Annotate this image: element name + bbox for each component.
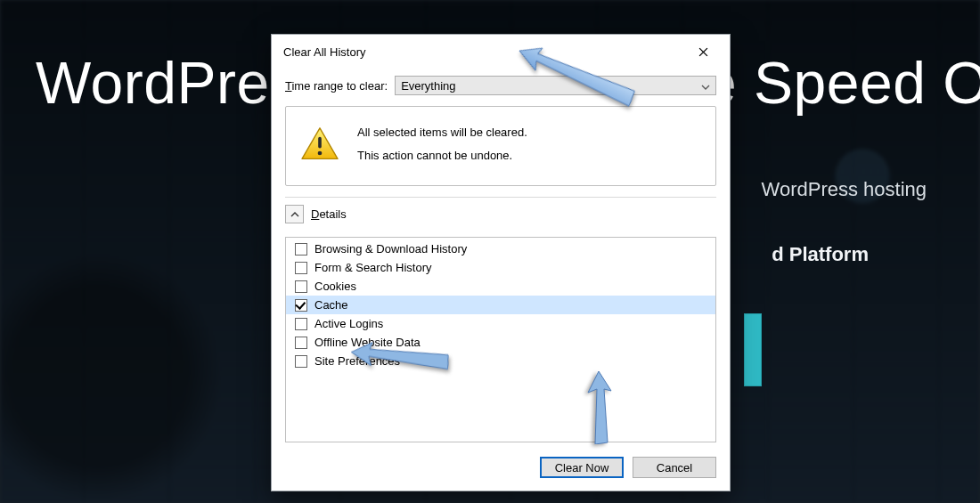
cta-button-sliver[interactable] bbox=[744, 313, 762, 386]
checkbox[interactable] bbox=[295, 337, 307, 349]
svg-rect-0 bbox=[318, 137, 322, 149]
time-range-row: Time range to clear: Everything bbox=[285, 76, 716, 95]
warning-icon bbox=[300, 126, 339, 162]
details-list: Browsing & Download HistoryForm & Search… bbox=[285, 237, 716, 442]
list-item[interactable]: Form & Search History bbox=[286, 258, 715, 277]
checkbox[interactable] bbox=[295, 262, 307, 274]
warning-line-2: This action cannot be undone. bbox=[357, 144, 527, 167]
close-button[interactable] bbox=[683, 42, 723, 61]
checkbox[interactable] bbox=[295, 280, 307, 293]
list-item[interactable]: Cookies bbox=[286, 277, 715, 296]
warning-box: All selected items will be cleared. This… bbox=[285, 106, 716, 186]
close-icon bbox=[698, 47, 708, 57]
list-item[interactable]: Browsing & Download History bbox=[286, 239, 715, 258]
list-item-label: Active Logins bbox=[314, 317, 383, 330]
checkbox[interactable] bbox=[295, 243, 307, 256]
time-range-value: Everything bbox=[401, 79, 455, 93]
dialog-title: Clear All History bbox=[283, 45, 365, 59]
checkbox[interactable] bbox=[295, 318, 307, 330]
clear-history-dialog: Clear All History Time range to clear: E… bbox=[271, 34, 731, 491]
dialog-buttons: Clear Now Cancel bbox=[285, 453, 716, 478]
list-item-label: Cookies bbox=[314, 280, 356, 293]
hero-platform-text: d Platform bbox=[772, 243, 869, 266]
list-item-label: Site Preferences bbox=[314, 354, 400, 368]
hero-subtitle: WordPress hosting bbox=[762, 178, 927, 201]
dialog-titlebar: Clear All History bbox=[272, 35, 730, 69]
details-header: Details bbox=[285, 197, 716, 226]
list-item-label: Browsing & Download History bbox=[314, 242, 467, 256]
list-item-label: Form & Search History bbox=[314, 261, 431, 274]
cancel-button[interactable]: Cancel bbox=[633, 457, 716, 478]
checkbox[interactable] bbox=[295, 355, 307, 368]
list-item-label: Offline Website Data bbox=[314, 336, 421, 349]
details-toggle[interactable] bbox=[285, 205, 304, 223]
clear-now-button[interactable]: Clear Now bbox=[540, 457, 624, 478]
checkbox[interactable] bbox=[295, 299, 307, 312]
chevron-down-icon bbox=[701, 79, 710, 93]
list-item-label: Cache bbox=[314, 298, 348, 312]
chevron-up-icon bbox=[290, 210, 299, 219]
svg-point-1 bbox=[318, 151, 323, 156]
time-range-select[interactable]: Everything bbox=[395, 76, 716, 95]
time-range-label: Time range to clear: bbox=[285, 79, 388, 93]
list-item[interactable]: Cache bbox=[286, 296, 715, 314]
list-item[interactable]: Offline Website Data bbox=[286, 333, 715, 352]
warning-text: All selected items will be cleared. This… bbox=[357, 121, 527, 167]
list-item[interactable]: Site Preferences bbox=[286, 352, 715, 370]
details-label: Details bbox=[311, 207, 347, 221]
list-item[interactable]: Active Logins bbox=[286, 314, 715, 333]
warning-line-1: All selected items will be cleared. bbox=[357, 121, 527, 144]
